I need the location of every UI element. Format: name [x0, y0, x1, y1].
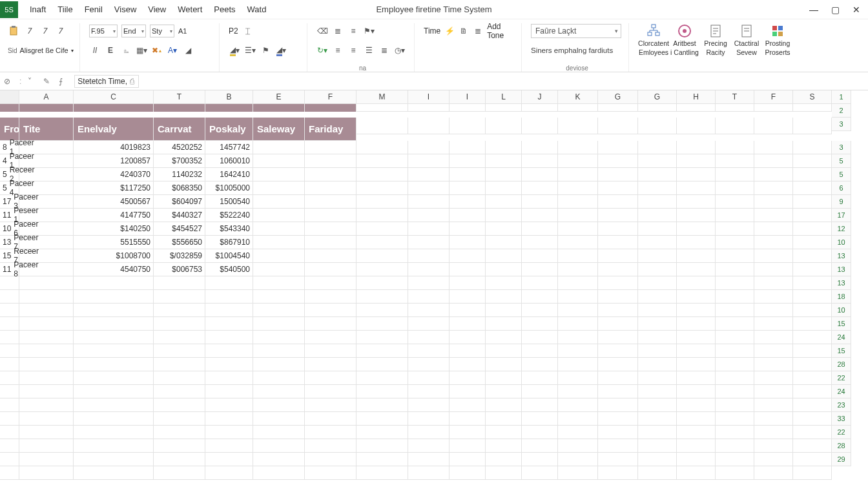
add-tone-label[interactable]: Add Tone	[487, 22, 516, 40]
align-center-icon[interactable]: ≡	[347, 45, 359, 56]
cell[interactable]	[558, 118, 598, 134]
cell[interactable]	[450, 385, 486, 398]
row-header[interactable]: 10	[832, 236, 851, 249]
clipboard-label[interactable]: Alisgret ße Cife	[19, 46, 68, 54]
stop-icon[interactable]: ⊘	[4, 77, 13, 86]
cell[interactable]	[598, 385, 638, 398]
cell[interactable]	[19, 304, 74, 317]
cell[interactable]	[408, 317, 450, 331]
cell[interactable]	[253, 426, 305, 439]
cell[interactable]	[486, 344, 522, 358]
cell[interactable]	[253, 304, 305, 317]
cell[interactable]	[716, 141, 754, 154]
cell[interactable]	[793, 154, 832, 168]
cell[interactable]	[793, 466, 832, 480]
cell[interactable]	[0, 331, 19, 344]
cell[interactable]	[356, 263, 408, 276]
cell[interactable]	[305, 222, 356, 236]
flag2-icon[interactable]: ⚑▾	[363, 25, 375, 37]
cell[interactable]	[74, 466, 154, 480]
cell[interactable]	[522, 385, 558, 398]
cell[interactable]	[450, 195, 486, 209]
cell[interactable]	[154, 426, 205, 439]
cell[interactable]	[0, 398, 19, 412]
cell[interactable]	[305, 154, 356, 168]
cell[interactable]	[450, 371, 486, 385]
cell[interactable]	[677, 168, 716, 181]
cell[interactable]	[253, 385, 305, 398]
cell[interactable]	[408, 466, 450, 480]
row-header[interactable]: 24	[832, 385, 851, 398]
row-header[interactable]: 5	[832, 154, 851, 168]
cell[interactable]	[253, 249, 305, 263]
cell[interactable]	[356, 426, 408, 439]
cell[interactable]	[598, 453, 638, 466]
doc-icon[interactable]: 🗎	[459, 25, 469, 37]
column-header[interactable]: T	[154, 90, 205, 104]
cell[interactable]	[305, 412, 356, 426]
cell[interactable]	[793, 195, 832, 209]
cell[interactable]	[0, 439, 19, 453]
cell[interactable]	[716, 412, 754, 426]
cell[interactable]	[638, 118, 677, 134]
cell[interactable]	[638, 276, 677, 290]
cell[interactable]	[754, 181, 793, 195]
column-header[interactable]: C	[74, 90, 154, 104]
brush3-icon[interactable]: 𝟩	[54, 25, 66, 37]
cell[interactable]: $117250	[74, 181, 154, 195]
cell[interactable]	[598, 263, 638, 276]
cell[interactable]	[205, 317, 253, 331]
cell[interactable]	[754, 276, 793, 290]
cell[interactable]	[154, 385, 205, 398]
cell[interactable]	[486, 118, 522, 134]
cell[interactable]	[450, 236, 486, 249]
row-header[interactable]: 28	[832, 439, 851, 453]
cell[interactable]	[356, 317, 408, 331]
cell[interactable]	[356, 385, 408, 398]
big-btn[interactable]: Aritbesti Cantling	[669, 23, 700, 56]
cell[interactable]	[558, 236, 598, 249]
cell[interactable]	[0, 104, 19, 112]
cell[interactable]	[558, 331, 598, 344]
cell[interactable]	[74, 358, 154, 371]
cell[interactable]	[0, 358, 19, 371]
pz-label[interactable]: P2	[229, 26, 238, 36]
cell[interactable]	[408, 276, 450, 290]
cell[interactable]	[522, 412, 558, 426]
cell[interactable]	[154, 276, 205, 290]
cell[interactable]	[598, 104, 638, 112]
cell[interactable]	[450, 317, 486, 331]
cell[interactable]	[793, 181, 832, 195]
table-header[interactable]: Tite	[19, 118, 74, 141]
cell[interactable]	[486, 317, 522, 331]
cell[interactable]	[154, 412, 205, 426]
cell[interactable]	[408, 195, 450, 209]
cell[interactable]	[522, 426, 558, 439]
cell[interactable]	[754, 358, 793, 371]
cell[interactable]	[754, 263, 793, 276]
cell[interactable]	[450, 209, 486, 222]
cell[interactable]	[486, 331, 522, 344]
cell[interactable]	[253, 466, 305, 480]
cell[interactable]	[716, 426, 754, 439]
column-header[interactable]: G	[598, 90, 638, 104]
cell[interactable]	[154, 104, 205, 112]
cell[interactable]	[677, 181, 716, 195]
cell[interactable]	[408, 331, 450, 344]
cell[interactable]	[677, 104, 716, 112]
cell[interactable]	[638, 317, 677, 331]
cell[interactable]	[154, 317, 205, 331]
cell[interactable]	[205, 466, 253, 480]
cell[interactable]	[305, 236, 356, 249]
cell[interactable]	[598, 358, 638, 371]
cell[interactable]	[558, 222, 598, 236]
cell[interactable]	[558, 398, 598, 412]
cell[interactable]	[522, 453, 558, 466]
cell[interactable]	[677, 385, 716, 398]
cell[interactable]	[74, 426, 154, 439]
cell[interactable]	[793, 426, 832, 439]
cell[interactable]	[450, 263, 486, 276]
cell[interactable]	[205, 371, 253, 385]
indent-icon[interactable]: ☰▾	[244, 45, 256, 56]
cell[interactable]	[486, 398, 522, 412]
